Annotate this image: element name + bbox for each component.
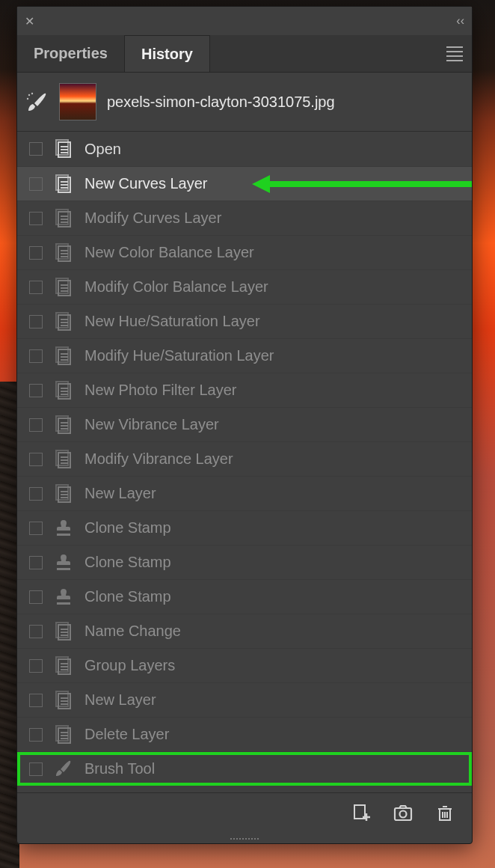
history-item-checkbox[interactable]	[29, 694, 43, 707]
history-item-checkbox[interactable]	[29, 556, 43, 569]
document-icon	[53, 621, 74, 642]
history-item-checkbox[interactable]	[29, 659, 43, 673]
history-item-checkbox[interactable]	[29, 384, 43, 397]
history-item-label: Group Layers	[84, 657, 464, 674]
history-panel: ✕ ‹‹ Properties History pexels-simon-cla…	[16, 6, 473, 844]
brush-icon	[53, 759, 74, 780]
collapse-icon[interactable]: ‹‹	[456, 14, 464, 28]
document-icon	[53, 138, 74, 159]
history-item-checkbox[interactable]	[29, 453, 43, 466]
history-item[interactable]: New Hue/Saturation Layer	[17, 304, 472, 338]
document-icon	[53, 208, 74, 229]
history-item-label: Modify Vibrance Layer	[84, 450, 464, 468]
document-icon	[53, 690, 74, 711]
history-item-label: Delete Layer	[84, 726, 464, 743]
history-item-label: New Layer	[84, 485, 464, 502]
document-icon	[53, 449, 74, 470]
document-icon	[53, 415, 74, 435]
history-item-checkbox[interactable]	[29, 728, 43, 742]
history-item-label: Clone Stamp	[84, 519, 464, 537]
document-icon	[53, 724, 74, 745]
history-item-checkbox[interactable]	[29, 418, 43, 432]
history-item[interactable]: New Layer	[17, 682, 472, 717]
history-item-label: Clone Stamp	[84, 588, 464, 605]
document-icon	[53, 311, 74, 332]
document-icon	[53, 174, 74, 195]
history-item-label: New Layer	[84, 691, 464, 709]
history-item-checkbox[interactable]	[29, 487, 43, 501]
history-item[interactable]: New Color Balance Layer	[17, 235, 472, 269]
resize-grip[interactable]	[17, 834, 472, 843]
stamp-icon	[53, 552, 74, 573]
panel-menu-icon[interactable]	[446, 43, 463, 64]
svg-point-17	[28, 94, 30, 96]
document-icon	[53, 346, 74, 367]
tab-properties[interactable]: Properties	[17, 35, 124, 72]
svg-point-18	[31, 93, 33, 94]
history-item[interactable]: Clone Stamp	[17, 545, 472, 579]
history-item-label: New Photo Filter Layer	[84, 382, 464, 399]
history-item-checkbox[interactable]	[29, 315, 43, 328]
history-brush-icon	[26, 92, 49, 111]
history-item[interactable]: New Layer	[17, 476, 472, 510]
history-item[interactable]: Open	[17, 132, 472, 166]
close-icon[interactable]: ✕	[25, 14, 34, 28]
stamp-icon	[53, 587, 74, 608]
history-item[interactable]: Modify Vibrance Layer	[17, 441, 472, 476]
document-icon	[53, 380, 74, 401]
history-item[interactable]: Modify Curves Layer	[17, 201, 472, 235]
history-footer	[17, 792, 472, 834]
history-item-label: Clone Stamp	[84, 554, 464, 571]
history-list: OpenNew Curves LayerModify Curves LayerN…	[17, 132, 472, 792]
history-item-label: Open	[84, 141, 464, 158]
history-item[interactable]: New Vibrance Layer	[17, 407, 472, 441]
history-item-checkbox[interactable]	[29, 590, 43, 604]
history-source-row[interactable]: pexels-simon-clayton-3031075.jpg	[17, 73, 472, 132]
history-item-label: Modify Curves Layer	[84, 210, 464, 227]
history-item-label: Brush Tool	[84, 760, 464, 777]
document-icon	[53, 655, 74, 676]
delete-button[interactable]	[434, 802, 455, 823]
history-item[interactable]: New Curves Layer	[17, 166, 472, 201]
history-item[interactable]: Clone Stamp	[17, 579, 472, 614]
history-item-checkbox[interactable]	[29, 246, 43, 260]
history-item[interactable]: Group Layers	[17, 648, 472, 682]
svg-point-19	[27, 98, 28, 100]
history-item-label: Modify Hue/Saturation Layer	[84, 347, 464, 364]
history-item[interactable]: Modify Hue/Saturation Layer	[17, 338, 472, 373]
history-item-checkbox[interactable]	[29, 177, 43, 191]
history-item-label: New Color Balance Layer	[84, 244, 464, 261]
history-item-checkbox[interactable]	[29, 142, 43, 156]
annotation-arrow	[252, 175, 472, 193]
history-item-checkbox[interactable]	[29, 281, 43, 294]
document-icon	[53, 277, 74, 298]
history-item[interactable]: Brush Tool	[17, 751, 472, 786]
file-name: pexels-simon-clayton-3031075.jpg	[107, 94, 335, 111]
document-icon	[53, 242, 74, 263]
file-thumbnail	[59, 83, 96, 120]
history-item[interactable]: Modify Color Balance Layer	[17, 269, 472, 304]
history-item[interactable]: Clone Stamp	[17, 510, 472, 545]
history-item[interactable]: Delete Layer	[17, 717, 472, 751]
history-item-label: New Vibrance Layer	[84, 416, 464, 433]
history-item-checkbox[interactable]	[29, 625, 43, 638]
history-item-checkbox[interactable]	[29, 522, 43, 535]
tab-history[interactable]: History	[124, 35, 210, 72]
history-item-checkbox[interactable]	[29, 212, 43, 225]
new-snapshot-button[interactable]	[351, 802, 372, 823]
stamp-icon	[53, 518, 74, 539]
history-item[interactable]: Name Change	[17, 614, 472, 648]
history-item-label: Name Change	[84, 623, 464, 640]
history-item-checkbox[interactable]	[29, 349, 43, 363]
document-icon	[53, 483, 74, 504]
history-item[interactable]: New Photo Filter Layer	[17, 373, 472, 407]
history-item-label: New Hue/Saturation Layer	[84, 313, 464, 330]
history-item-checkbox[interactable]	[29, 762, 43, 776]
panel-titlebar: ✕ ‹‹	[17, 7, 472, 35]
camera-button[interactable]	[393, 802, 413, 823]
panel-tabs: Properties History	[17, 35, 472, 73]
history-item-label: Modify Color Balance Layer	[84, 278, 464, 296]
